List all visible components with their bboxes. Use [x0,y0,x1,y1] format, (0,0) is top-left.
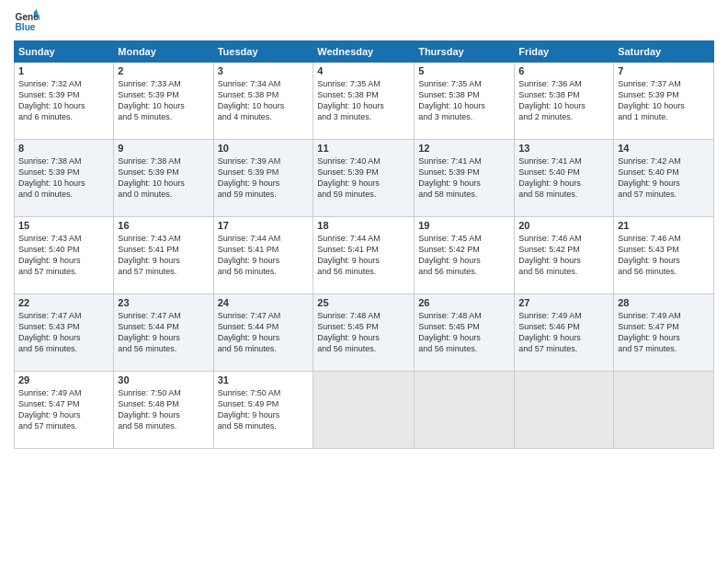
day-number: 15 [18,220,109,231]
day-cell: 2Sunrise: 7:33 AM Sunset: 5:39 PM Daylig… [114,63,213,140]
day-info: Sunrise: 7:50 AM Sunset: 5:48 PM Dayligh… [118,387,209,432]
day-number: 10 [218,143,310,154]
day-number: 19 [418,220,510,231]
day-info: Sunrise: 7:40 AM Sunset: 5:39 PM Dayligh… [317,155,410,201]
day-cell: 13Sunrise: 7:41 AM Sunset: 5:40 PM Dayli… [515,140,614,217]
day-cell: 20Sunrise: 7:46 AM Sunset: 5:42 PM Dayli… [515,217,614,294]
day-info: Sunrise: 7:41 AM Sunset: 5:39 PM Dayligh… [418,155,510,201]
day-info: Sunrise: 7:44 AM Sunset: 5:41 PM Dayligh… [218,233,310,278]
day-number: 3 [218,65,310,76]
day-number: 16 [118,220,209,231]
day-info: Sunrise: 7:47 AM Sunset: 5:43 PM Dayligh… [18,310,109,355]
day-cell: 6Sunrise: 7:36 AM Sunset: 5:38 PM Daylig… [515,63,614,140]
day-info: Sunrise: 7:47 AM Sunset: 5:44 PM Dayligh… [118,310,209,355]
day-cell: 28Sunrise: 7:49 AM Sunset: 5:47 PM Dayli… [614,294,714,372]
day-number: 27 [518,297,609,308]
day-cell: 21Sunrise: 7:46 AM Sunset: 5:43 PM Dayli… [614,217,714,294]
week-row-2: 8Sunrise: 7:38 AM Sunset: 5:39 PM Daylig… [15,140,714,217]
day-number: 2 [118,65,209,76]
day-cell: 25Sunrise: 7:48 AM Sunset: 5:45 PM Dayli… [313,294,415,372]
day-info: Sunrise: 7:43 AM Sunset: 5:41 PM Dayligh… [118,233,209,278]
day-cell: 8Sunrise: 7:38 AM Sunset: 5:39 PM Daylig… [15,140,114,217]
col-header-saturday: Saturday [614,41,714,63]
svg-text:Blue: Blue [16,22,36,32]
week-row-5: 29Sunrise: 7:49 AM Sunset: 5:47 PM Dayli… [15,372,714,449]
day-cell: 16Sunrise: 7:43 AM Sunset: 5:41 PM Dayli… [114,217,213,294]
day-info: Sunrise: 7:34 AM Sunset: 5:38 PM Dayligh… [218,78,310,123]
day-number: 8 [18,143,109,154]
day-cell: 17Sunrise: 7:44 AM Sunset: 5:41 PM Dayli… [213,217,313,294]
header-row: SundayMondayTuesdayWednesdayThursdayFrid… [15,41,714,63]
logo: General Blue [14,9,40,35]
logo-icon: General Blue [14,9,40,35]
day-number: 20 [518,220,609,231]
day-info: Sunrise: 7:48 AM Sunset: 5:45 PM Dayligh… [418,310,510,355]
day-info: Sunrise: 7:47 AM Sunset: 5:44 PM Dayligh… [218,310,310,355]
day-cell: 24Sunrise: 7:47 AM Sunset: 5:44 PM Dayli… [213,294,313,372]
day-number: 12 [418,143,510,154]
day-number: 6 [518,65,609,76]
col-header-thursday: Thursday [415,41,515,63]
day-cell: 11Sunrise: 7:40 AM Sunset: 5:39 PM Dayli… [313,140,415,217]
day-cell: 12Sunrise: 7:41 AM Sunset: 5:39 PM Dayli… [415,140,515,217]
header: General Blue [14,9,714,35]
day-number: 11 [317,143,410,154]
col-header-wednesday: Wednesday [313,41,415,63]
day-cell: 15Sunrise: 7:43 AM Sunset: 5:40 PM Dayli… [15,217,114,294]
day-cell [614,372,714,449]
day-cell: 4Sunrise: 7:35 AM Sunset: 5:38 PM Daylig… [313,63,415,140]
day-number: 4 [317,65,410,76]
day-info: Sunrise: 7:50 AM Sunset: 5:49 PM Dayligh… [218,387,310,432]
day-cell: 3Sunrise: 7:34 AM Sunset: 5:38 PM Daylig… [213,63,313,140]
day-info: Sunrise: 7:45 AM Sunset: 5:42 PM Dayligh… [418,233,510,278]
day-info: Sunrise: 7:46 AM Sunset: 5:43 PM Dayligh… [618,233,710,278]
day-number: 13 [518,143,609,154]
day-number: 5 [418,65,510,76]
day-number: 26 [418,297,510,308]
day-number: 31 [218,374,310,385]
day-info: Sunrise: 7:39 AM Sunset: 5:39 PM Dayligh… [218,155,310,201]
calendar-table: SundayMondayTuesdayWednesdayThursdayFrid… [14,40,714,449]
day-cell: 14Sunrise: 7:42 AM Sunset: 5:40 PM Dayli… [614,140,714,217]
day-cell: 5Sunrise: 7:35 AM Sunset: 5:38 PM Daylig… [415,63,515,140]
day-info: Sunrise: 7:35 AM Sunset: 5:38 PM Dayligh… [418,78,510,123]
day-cell: 23Sunrise: 7:47 AM Sunset: 5:44 PM Dayli… [114,294,213,372]
day-number: 22 [18,297,109,308]
page: General Blue SundayMondayTuesdayWednesda… [0,0,728,563]
day-info: Sunrise: 7:35 AM Sunset: 5:38 PM Dayligh… [317,78,410,123]
day-number: 30 [118,374,209,385]
day-number: 9 [118,143,209,154]
day-cell: 9Sunrise: 7:38 AM Sunset: 5:39 PM Daylig… [114,140,213,217]
day-cell: 18Sunrise: 7:44 AM Sunset: 5:41 PM Dayli… [313,217,415,294]
day-number: 28 [618,297,710,308]
day-number: 24 [218,297,310,308]
day-cell: 27Sunrise: 7:49 AM Sunset: 5:46 PM Dayli… [515,294,614,372]
day-cell: 19Sunrise: 7:45 AM Sunset: 5:42 PM Dayli… [415,217,515,294]
day-number: 23 [118,297,209,308]
day-number: 25 [317,297,410,308]
day-number: 14 [618,143,710,154]
day-info: Sunrise: 7:36 AM Sunset: 5:38 PM Dayligh… [518,78,609,123]
col-header-friday: Friday [515,41,614,63]
day-cell: 10Sunrise: 7:39 AM Sunset: 5:39 PM Dayli… [213,140,313,217]
day-number: 18 [317,220,410,231]
col-header-monday: Monday [114,41,213,63]
day-info: Sunrise: 7:48 AM Sunset: 5:45 PM Dayligh… [317,310,410,355]
col-header-sunday: Sunday [15,41,114,63]
day-number: 21 [618,220,710,231]
day-info: Sunrise: 7:42 AM Sunset: 5:40 PM Dayligh… [618,155,710,201]
col-header-tuesday: Tuesday [213,41,313,63]
day-info: Sunrise: 7:49 AM Sunset: 5:47 PM Dayligh… [18,387,109,432]
day-info: Sunrise: 7:43 AM Sunset: 5:40 PM Dayligh… [18,233,109,278]
week-row-3: 15Sunrise: 7:43 AM Sunset: 5:40 PM Dayli… [15,217,714,294]
day-number: 29 [18,374,109,385]
day-info: Sunrise: 7:44 AM Sunset: 5:41 PM Dayligh… [317,233,410,278]
day-info: Sunrise: 7:46 AM Sunset: 5:42 PM Dayligh… [518,233,609,278]
day-cell: 30Sunrise: 7:50 AM Sunset: 5:48 PM Dayli… [114,372,213,449]
day-info: Sunrise: 7:33 AM Sunset: 5:39 PM Dayligh… [118,78,209,123]
day-info: Sunrise: 7:49 AM Sunset: 5:47 PM Dayligh… [618,310,710,355]
day-number: 1 [18,65,109,76]
day-cell: 31Sunrise: 7:50 AM Sunset: 5:49 PM Dayli… [213,372,313,449]
day-cell: 29Sunrise: 7:49 AM Sunset: 5:47 PM Dayli… [15,372,114,449]
day-info: Sunrise: 7:32 AM Sunset: 5:39 PM Dayligh… [18,78,109,123]
